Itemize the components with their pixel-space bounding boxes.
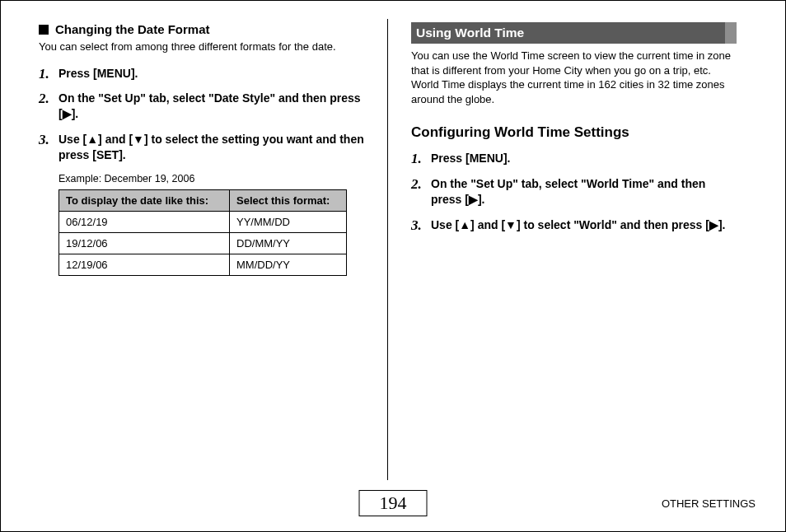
- page-number: 194: [359, 490, 428, 516]
- date-format-steps: Press [MENU]. On the "Set Up" tab, selec…: [39, 66, 364, 163]
- table-row: 06/12/19 YY/MM/DD: [59, 212, 347, 233]
- content-columns: Changing the Date Format You can select …: [1, 1, 785, 459]
- table-row: 12/19/06 MM/DD/YY: [59, 254, 347, 276]
- step-item: Use [▲] and [▼] to select "World" and th…: [411, 217, 737, 233]
- step-item: Press [MENU].: [39, 66, 364, 82]
- step-text: Press [MENU].: [58, 67, 138, 80]
- step-text: On the "Set Up" tab, select "World Time"…: [431, 177, 705, 206]
- table-cell: MM/DD/YY: [230, 254, 347, 276]
- date-format-table: To display the date like this: Select th…: [58, 189, 347, 276]
- step-text: Use [▲] and [▼] to select the setting yo…: [58, 133, 364, 161]
- table-cell: 19/12/06: [59, 233, 230, 254]
- table-header-row: To display the date like this: Select th…: [59, 190, 347, 212]
- page-footer: 194 OTHER SETTINGS: [1, 485, 785, 516]
- bar-heading-world-time: Using World Time: [411, 22, 737, 44]
- table-cell: 06/12/19: [59, 212, 230, 233]
- step-text: Press [MENU].: [431, 152, 510, 165]
- world-time-steps: Press [MENU]. On the "Set Up" tab, selec…: [411, 151, 737, 233]
- table-cell: YY/MM/DD: [230, 212, 347, 233]
- section-heading-text: Changing the Date Format: [55, 22, 210, 36]
- table-header: Select this format:: [230, 190, 347, 212]
- left-column: Changing the Date Format You can select …: [39, 22, 387, 459]
- step-item: Use [▲] and [▼] to select the setting yo…: [39, 132, 364, 163]
- section-intro: You can select from among three differen…: [39, 40, 364, 54]
- table-cell: 12/19/06: [59, 254, 230, 276]
- world-time-intro: You can use the World Time screen to vie…: [411, 49, 737, 106]
- example-label: Example: December 19, 2006: [39, 173, 364, 184]
- table-cell: DD/MM/YY: [230, 233, 347, 254]
- step-item: On the "Set Up" tab, select "Date Style"…: [39, 91, 364, 122]
- section-heading-change-date: Changing the Date Format: [39, 22, 364, 36]
- manual-page: Changing the Date Format You can select …: [0, 0, 786, 532]
- step-text: Use [▲] and [▼] to select "World" and th…: [431, 218, 725, 231]
- subsection-heading: Configuring World Time Settings: [411, 124, 737, 141]
- square-bullet-icon: [39, 25, 49, 35]
- step-text: On the "Set Up" tab, select "Date Style"…: [58, 91, 361, 120]
- table-row: 19/12/06 DD/MM/YY: [59, 233, 347, 254]
- table-header: To display the date like this:: [59, 190, 230, 212]
- bar-heading-text: Using World Time: [416, 26, 524, 40]
- step-item: Press [MENU].: [411, 151, 737, 166]
- right-column: Using World Time You can use the World T…: [388, 22, 737, 459]
- step-item: On the "Set Up" tab, select "World Time"…: [411, 176, 737, 208]
- footer-section-label: OTHER SETTINGS: [662, 497, 756, 510]
